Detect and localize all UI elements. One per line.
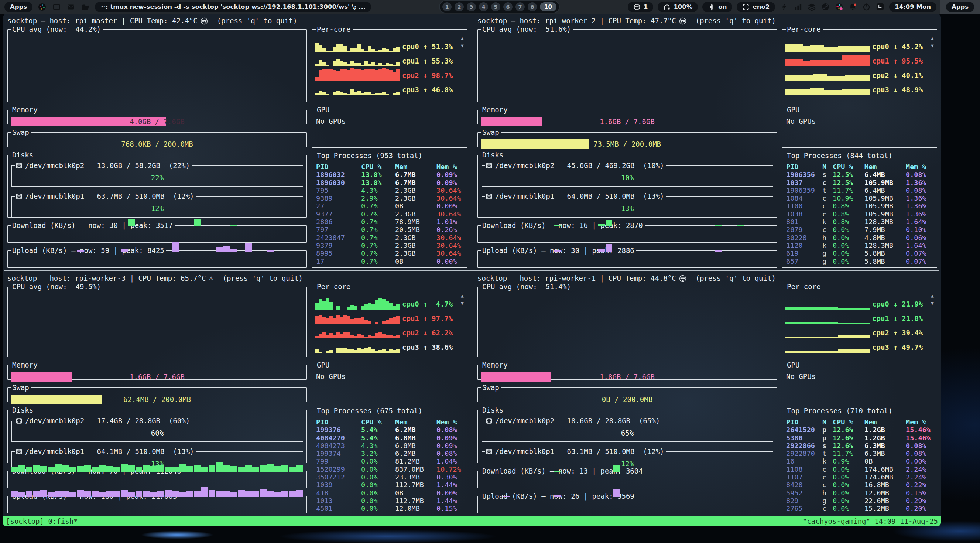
bluetooth-pill[interactable]: on bbox=[702, 2, 732, 12]
swap-box: Swap 768.0KB / 200.0MB bbox=[7, 129, 307, 147]
socktop-pane[interactable]: socktop — host: rpi-worker-2 | CPU Temp:… bbox=[473, 14, 941, 270]
pane-divider-vertical-bottom[interactable] bbox=[471, 272, 472, 514]
process-row: 270.7%0B0.00% bbox=[316, 202, 464, 210]
scroll-up-icon[interactable]: ▲ bbox=[461, 36, 464, 41]
cube-pill[interactable]: 1 bbox=[628, 2, 653, 12]
scroll-down-icon[interactable]: ▼ bbox=[461, 301, 464, 306]
tmux-pane-bottom-left[interactable]: socktop — host: rpi-worker-3 | CPU Temp:… bbox=[3, 271, 471, 516]
bell-icon[interactable] bbox=[848, 2, 858, 12]
slack-color-icon[interactable] bbox=[37, 2, 47, 12]
cell-pid: 16 bbox=[786, 457, 822, 465]
slack-icon[interactable] bbox=[834, 2, 844, 12]
monitor-icon[interactable] bbox=[875, 2, 885, 12]
socktop-pane[interactable]: socktop — host: rpi-worker-3 | CPU Temp:… bbox=[3, 271, 471, 516]
steam-icon[interactable] bbox=[821, 2, 830, 12]
cell-pid: 2423847 bbox=[316, 234, 361, 242]
per-core-graphs: cpu0 ↑ 51.3%cpu1 ↑ 55.3%cpu2 ↓ 98.7%cpu3… bbox=[315, 38, 456, 95]
cell-name: h bbox=[822, 234, 833, 242]
core-row: cpu0 ↓ 45.2% bbox=[785, 38, 926, 52]
per-core-box: Per-core cpu0 ↓ 45.2%cpu1 ↑ 95.5%cpu2 ↓ … bbox=[782, 26, 937, 102]
screen-frame-pill[interactable]: eno2 bbox=[737, 2, 775, 12]
cell-mem: 2.3GB bbox=[395, 186, 436, 194]
cell-pid: 1013 bbox=[316, 497, 361, 505]
tmux-pane-bottom-right[interactable]: socktop — host: rpi-worker-1 | CPU Temp:… bbox=[473, 271, 941, 516]
apps-button-right[interactable]: Apps bbox=[946, 2, 974, 12]
net-bar bbox=[62, 465, 69, 472]
cell-pid: 1038 bbox=[786, 210, 822, 218]
net-bar bbox=[26, 467, 33, 472]
headphones-pill[interactable]: 100% bbox=[658, 2, 698, 12]
scroll-down-icon[interactable]: ▼ bbox=[931, 301, 934, 306]
temp-emoji-icon bbox=[200, 18, 208, 25]
cell-memp: 1.01% bbox=[436, 218, 464, 226]
scroll-up-icon[interactable]: ▲ bbox=[461, 293, 464, 298]
cell-memp: 30.64% bbox=[436, 249, 464, 257]
workspace-button[interactable]: 2 bbox=[455, 2, 464, 11]
headphones-icon bbox=[663, 3, 671, 11]
cell-cpu: 12.6% bbox=[833, 442, 864, 449]
clock-pill[interactable]: 14:09 Mon bbox=[889, 2, 936, 12]
tmux-pane-top-right[interactable]: socktop — host: rpi-worker-2 | CPU Temp:… bbox=[473, 14, 941, 270]
net-bar bbox=[26, 490, 33, 497]
disk-title: /dev/mmcblk0p1 63.7MB / 510.0MB (12%) bbox=[25, 193, 194, 200]
net-bar bbox=[252, 490, 259, 497]
cell-pid: 4084270 bbox=[316, 434, 361, 442]
net-bar bbox=[77, 466, 84, 473]
workspace-button[interactable]: 8 bbox=[528, 2, 537, 11]
cell-memp: 1.36% bbox=[906, 202, 934, 210]
workspace-button[interactable]: 6 bbox=[503, 2, 512, 11]
net-bar bbox=[165, 467, 172, 472]
cell-mem: 22.6MB bbox=[864, 497, 906, 505]
core-row: cpu1 ↓ 21.8% bbox=[785, 309, 926, 324]
apps-button[interactable]: Apps bbox=[5, 2, 32, 12]
folder-icon[interactable] bbox=[81, 2, 90, 12]
cell-memp: 1.64% bbox=[906, 242, 934, 249]
process-row: 28060.7%78.9MB1.01% bbox=[316, 218, 464, 226]
scroll-down-icon[interactable]: ▼ bbox=[931, 43, 934, 48]
pane-divider-vertical-top[interactable] bbox=[471, 15, 472, 269]
socktop-pane[interactable]: socktop — host: rpi-master | CPU Temp: 4… bbox=[3, 14, 471, 270]
cell-memp: 2.24% bbox=[906, 465, 934, 473]
tmux-window-label[interactable]: [socktop] 0:fish* bbox=[6, 517, 78, 525]
signal-bars-icon[interactable] bbox=[793, 2, 803, 12]
cell-cpu: 0.8% bbox=[833, 202, 864, 210]
cell-memp: 0.08% bbox=[436, 449, 464, 457]
workspace-button[interactable]: 7 bbox=[515, 2, 525, 11]
window-icon[interactable] bbox=[52, 2, 61, 12]
net-bar bbox=[172, 242, 179, 252]
terminal-window[interactable]: socktop — host: rpi-master | CPU Temp: 4… bbox=[3, 14, 941, 526]
cell-mem: 0B bbox=[395, 489, 436, 497]
cell-name: c bbox=[822, 481, 833, 489]
pane-divider-horizontal[interactable] bbox=[5, 270, 939, 271]
cell-pid: 9389 bbox=[316, 194, 361, 202]
process-row: 5380p12.6%1.2GB15.46% bbox=[786, 434, 934, 442]
scroll-up-icon[interactable]: ▲ bbox=[931, 293, 934, 298]
workspace-button-active[interactable]: 10 bbox=[540, 2, 557, 11]
scroll-down-icon[interactable]: ▼ bbox=[461, 43, 464, 48]
disk-icon bbox=[485, 417, 493, 424]
workspace-button[interactable]: 5 bbox=[491, 2, 500, 11]
layers-icon[interactable] bbox=[807, 2, 816, 12]
tmux-pane-top-left[interactable]: socktop — host: rpi-master | CPU Temp: 4… bbox=[3, 14, 471, 270]
process-row: 7990.0%81.2MB1.04% bbox=[316, 457, 464, 465]
workspace-button[interactable]: 1 bbox=[442, 2, 452, 11]
disk-item: /dev/mmcblk0p1 63.7MB / 510.0MB (12%)12% bbox=[11, 193, 303, 217]
window-title-button[interactable]: ~: tmux new-session -d -s socktop 'sockt… bbox=[95, 2, 371, 12]
cell-cpu: 0.0% bbox=[833, 249, 864, 257]
socktop-pane[interactable]: socktop — host: rpi-worker-1 | CPU Temp:… bbox=[473, 271, 941, 516]
net-bar bbox=[150, 466, 157, 473]
workspace-button[interactable]: 3 bbox=[467, 2, 476, 11]
cell-mem: 4.8MB bbox=[864, 234, 906, 242]
cell-cpu: 0.7% bbox=[361, 234, 395, 242]
workspace-button[interactable]: 4 bbox=[479, 2, 488, 11]
lightning-icon[interactable] bbox=[780, 2, 789, 12]
net-bar bbox=[40, 490, 47, 497]
scroll-up-icon[interactable]: ▲ bbox=[931, 36, 934, 41]
net-bar bbox=[143, 465, 150, 472]
cell-name: k bbox=[822, 457, 833, 465]
memory-title: Memory bbox=[481, 361, 509, 369]
mail-icon[interactable] bbox=[66, 2, 76, 12]
column-header: CPU % bbox=[361, 418, 395, 426]
net-bar bbox=[231, 225, 237, 226]
power-icon[interactable] bbox=[861, 2, 871, 12]
